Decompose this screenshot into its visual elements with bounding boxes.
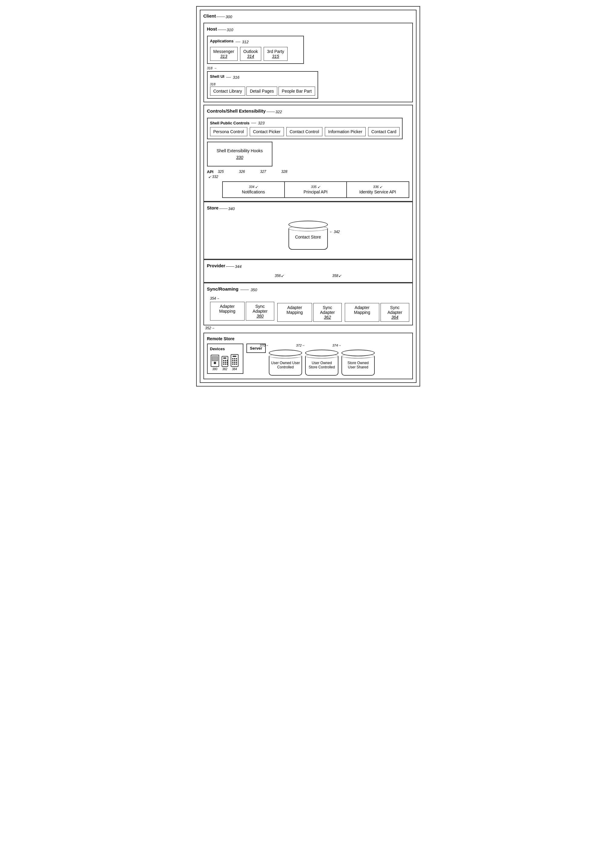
detail-pages-box: Detail Pages — [247, 86, 277, 96]
api-ref-326: 326 — [239, 170, 245, 174]
sync-groups-row: 354→ Adapter Mapping Sync Adapter 360 — [207, 296, 409, 322]
ref-356: 356↙ — [275, 273, 284, 278]
shell-ui-label: Shell UI — [210, 74, 225, 79]
detail-pages-label: Detail Pages — [250, 89, 273, 94]
sync-roaming-section: Sync/Roaming 350 354→ Adapter Mapping Sy… — [203, 283, 413, 325]
cylinder-1: 370→ User Owned User Controlled — [269, 350, 302, 376]
cylinder-3: 374→ Store Owned User Shared — [341, 350, 375, 376]
contact-picker-label: Contact Picker — [253, 129, 281, 134]
ref-352: 352→ — [203, 325, 413, 331]
sync-adapter-2-box: Sync Adapter 362 — [313, 303, 342, 322]
remote-store-label: Remote Store — [207, 336, 409, 341]
provider-label: Provider — [207, 263, 226, 268]
information-picker-box: Information Picker — [325, 127, 366, 136]
host-section: Host 310 Applications 312 Messenger 313 — [203, 23, 413, 102]
sync-roaming-ref: 350 — [251, 288, 257, 292]
controls-section: Controls/Shell Extensibility 322 Shell P… — [203, 105, 413, 201]
host-label: Host — [207, 26, 217, 31]
shell-extensibility-hooks-box: Shell Extensibility Hooks 330 — [207, 141, 273, 167]
client-ref: 300 — [226, 14, 232, 19]
shell-public-controls-label: Shell Public Controls — [210, 121, 250, 125]
api-ref-327: 327 — [260, 170, 266, 174]
contact-store-cylinder: Contact Store ← 342 — [289, 221, 328, 250]
detail-pages-ref-label — [247, 82, 247, 86]
store-section: Store 340 Contact Store ← 342 — [203, 201, 413, 259]
sync-adapter-3-ref: 364 — [384, 315, 405, 320]
device-ref-380: 380 — [212, 368, 217, 371]
persona-control-box: Persona Control — [210, 127, 247, 136]
sync-adapter-3-box: Sync Adapter 364 — [380, 303, 409, 322]
cylinder-1-ref: 370→ — [260, 344, 269, 347]
provider-lines: 356↙ 358↙ — [207, 272, 409, 279]
persona-control-label: Persona Control — [214, 129, 244, 134]
identity-service-api-label: Identity Service API — [350, 190, 405, 194]
cylinder-1-label: User Owned User Controlled — [269, 356, 302, 376]
api-label: API — [207, 170, 214, 174]
client-section: Client 300 Host 310 Applications 312 — [200, 10, 416, 383]
phone-icon-384 — [231, 354, 239, 367]
store-label: Store — [207, 205, 218, 211]
adapter-mapping-2: Adapter Mapping — [277, 303, 312, 322]
contact-library-ref-label: 318 — [210, 82, 215, 86]
cylinder-2: 372→ User Owned Store Controlled — [305, 350, 338, 376]
notifications-box: 334 ↙ Notifications — [223, 182, 285, 197]
sync-adapter-1-ref: 360 — [249, 314, 271, 318]
sync-adapter-2-ref: 362 — [317, 315, 338, 320]
shell-public-controls-ref: 323 — [258, 121, 264, 125]
ref-358: 358↙ — [332, 273, 341, 278]
principal-api-box: 335 ↙ Principal API — [285, 182, 347, 197]
contact-control-box: Contact Control — [286, 127, 322, 136]
people-bar-ref-label — [278, 82, 280, 86]
messenger-box: Messenger 313 — [210, 47, 237, 61]
ref-354: 354→ — [210, 296, 220, 300]
contact-library-box: Contact Library — [210, 86, 245, 96]
devices-box: Devices 380 — [207, 344, 244, 374]
devices-label: Devices — [210, 347, 240, 351]
principal-api-label: Principal API — [288, 190, 343, 194]
sync-group-2: Adapter Mapping Sync Adapter 362 — [277, 303, 342, 322]
outlook-box: Outlook 314 — [240, 47, 261, 61]
provider-section: Provider 344 356↙ 358↙ — [203, 259, 413, 283]
third-party-label: 3rd Party — [267, 49, 284, 54]
contact-store-label: Contact Store — [291, 234, 326, 239]
applications-label: Applications — [210, 39, 234, 43]
device-ref-382: 382 — [222, 368, 227, 371]
people-bar-box: People Bar Part — [278, 86, 315, 96]
shell-extensibility-hooks-label: Shell Extensibility Hooks — [217, 148, 263, 153]
applications-ref: 312 — [242, 40, 249, 44]
notifications-bar: 334 ↙ Notifications 335 ↙ Principal API — [222, 181, 409, 198]
messenger-label: Messenger — [214, 49, 234, 54]
client-label: Client — [203, 13, 216, 19]
contact-library-label: Contact Library — [214, 89, 242, 94]
contact-card-box: Contact Card — [368, 127, 399, 136]
remote-store-section: Remote Store Devices 380 — [203, 333, 413, 379]
controls-label: Controls/Shell Extensibility — [207, 108, 266, 113]
api-ref-332: ↙ 332 — [208, 174, 409, 179]
cylinder-2-ref: 372→ — [296, 344, 305, 347]
provider-ref: 344 — [235, 264, 242, 269]
controls-ref: 322 — [275, 110, 282, 114]
api-ref-328: 328 — [281, 170, 287, 174]
outlook-label: Outlook — [244, 49, 258, 54]
shell-extensibility-hooks-ref: 330 — [217, 155, 263, 160]
phone-icon-382 — [222, 356, 228, 367]
contact-control-label: Contact Control — [290, 129, 319, 134]
shell-ui-ref: 316 — [233, 75, 239, 80]
sync-group-1: Adapter Mapping Sync Adapter 360 — [210, 302, 275, 321]
people-bar-label: People Bar Part — [282, 89, 312, 94]
pda-icon — [211, 355, 219, 367]
host-ref: 310 — [227, 28, 233, 32]
adapter-mapping-1: Adapter Mapping — [210, 302, 245, 321]
shell-public-controls-box: Shell Public Controls 323 Persona Contro… — [207, 118, 403, 139]
identity-service-api-box: 336 ↙ Identity Service API — [347, 182, 409, 197]
contact-card-label: Contact Card — [371, 129, 396, 134]
cylinder-2-label: User Owned Store Controlled — [305, 356, 338, 376]
adapter-mapping-3: Adapter Mapping — [345, 303, 379, 322]
shell-ui-ref2: 318 — [207, 66, 212, 70]
contact-store-ref: ← 342 — [329, 230, 339, 234]
messenger-ref: 313 — [214, 54, 234, 59]
device-ref-384: 384 — [232, 368, 237, 371]
cylinder-3-ref: 374→ — [332, 344, 341, 347]
api-area: API 325 326 327 328 ↙ 332 — [207, 170, 409, 198]
sync-group-3: Adapter Mapping Sync Adapter 364 — [345, 303, 409, 322]
